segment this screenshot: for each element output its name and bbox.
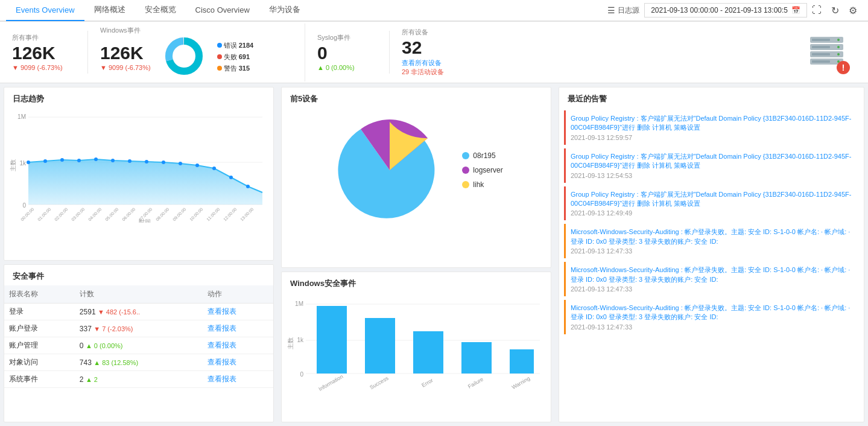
svg-point-28	[111, 159, 115, 162]
svg-point-29	[128, 159, 131, 163]
alert-text[interactable]: Group Policy Registry : 客户端扩展无法对"Default…	[571, 114, 854, 133]
svg-text:Warning: Warning	[511, 375, 531, 390]
svg-point-30	[145, 160, 148, 164]
legend-label-2: lihk	[473, 180, 484, 189]
error-label: 错误	[224, 42, 239, 49]
alert-item: Microsoft-Windows-Security-Auditing : 帐户…	[564, 300, 859, 334]
tab-events-overview[interactable]: Events Overview	[6, 0, 84, 21]
inactive-devices-link[interactable]: 29 非活动设备	[402, 68, 444, 77]
legend-label-1: logserver	[473, 166, 502, 174]
svg-text:04:00:00: 04:00:00	[87, 207, 102, 221]
svg-text:Success: Success	[369, 375, 390, 390]
svg-text:03:00:00: 03:00:00	[71, 207, 85, 221]
devices-label: 所有设备	[402, 28, 444, 37]
legend-dot-2	[462, 181, 469, 188]
svg-point-32	[179, 162, 182, 165]
windows-security-panel: Windows安全事件 1M 1k 0 主数	[281, 272, 551, 422]
svg-point-36	[246, 185, 250, 188]
row-action[interactable]: 查看报表	[203, 337, 273, 354]
svg-text:01:00:00: 01:00:00	[37, 207, 51, 221]
security-events-table: 报表名称 计数 动作 登录 2591 ▼ 482 (-15.6.. 查看报表 账…	[4, 285, 273, 388]
windows-events-block: Windows事件 126K ▼ 9099 (-6.73%) 错误 2184 失…	[88, 24, 305, 81]
svg-text:0: 0	[22, 202, 26, 209]
svg-point-35	[229, 176, 233, 179]
row-delta: ▲ 2	[86, 376, 98, 383]
tab-security[interactable]: 安全概览	[135, 0, 186, 21]
warn-label: 警告	[224, 65, 239, 72]
row-action[interactable]: 查看报表	[203, 320, 273, 337]
svg-point-3	[177, 49, 191, 63]
alert-text[interactable]: Group Policy Registry : 客户端扩展无法对"Default…	[571, 152, 854, 171]
view-report-link[interactable]: 查看报表	[207, 307, 236, 316]
svg-rect-61	[413, 331, 443, 374]
svg-point-27	[94, 157, 98, 161]
svg-point-25	[60, 158, 64, 162]
error-value: 2184	[239, 42, 253, 49]
top5-panel: 前5设备 08r195	[281, 87, 551, 268]
svg-rect-60	[365, 318, 395, 374]
alert-text[interactable]: Microsoft-Windows-Security-Auditing : 帐户…	[571, 227, 854, 246]
tab-cisco[interactable]: Cisco Overview	[186, 0, 259, 21]
alert-text[interactable]: Group Policy Registry : 客户端扩展无法对"Default…	[571, 190, 854, 209]
col-count: 计数	[75, 285, 203, 304]
syslog-block: Syslog事件 0 ▲ 0 (0.00%)	[305, 31, 390, 74]
view-report-link[interactable]: 查看报表	[207, 358, 236, 366]
view-report-link[interactable]: 查看报表	[207, 375, 236, 383]
top5-chart-area: 08r195 logserver lihk	[282, 108, 551, 232]
svg-text:11:00:00: 11:00:00	[206, 207, 220, 221]
row-action[interactable]: 查看报表	[203, 304, 273, 320]
alerts-list: Group Policy Registry : 客户端扩展无法对"Default…	[559, 108, 864, 422]
device-icon-block: !	[807, 32, 846, 73]
fullscreen-btn[interactable]: ⛶	[807, 2, 826, 18]
date-range-picker[interactable]: 2021-09-13 00:00:00 - 2021-09-13 13:00:5…	[644, 3, 807, 17]
alert-text[interactable]: Microsoft-Windows-Security-Auditing : 帐户…	[571, 304, 854, 322]
log-source-btn[interactable]: ☰ 日志源	[603, 3, 644, 18]
svg-text:Error: Error	[420, 377, 434, 389]
alert-text[interactable]: Microsoft-Windows-Security-Auditing : 帐户…	[571, 265, 854, 284]
alert-time: 2021-09-13 12:47:33	[571, 323, 854, 331]
fail-dot	[217, 54, 222, 59]
row-action[interactable]: 查看报表	[203, 371, 273, 388]
svg-text:02:00:00: 02:00:00	[54, 207, 68, 221]
svg-rect-62	[461, 342, 492, 374]
settings-btn[interactable]: ⚙	[844, 2, 862, 19]
alerts-title: 最近的告警	[559, 87, 864, 108]
windows-security-title: Windows安全事件	[282, 272, 551, 293]
col-name: 报表名称	[4, 285, 75, 304]
tab-huawei[interactable]: 华为设备	[259, 0, 310, 21]
legend-dot-1	[462, 167, 469, 174]
legend-item-1: logserver	[462, 166, 502, 174]
view-report-link[interactable]: 查看报表	[207, 324, 236, 332]
windows-security-chart: 1M 1k 0 主数	[282, 293, 551, 399]
alert-item: Microsoft-Windows-Security-Auditing : 帐户…	[564, 262, 859, 296]
row-count: 337 ▼ 7 (-2.03%)	[75, 320, 203, 337]
row-count: 2 ▲ 2	[75, 371, 203, 388]
row-name: 账户管理	[4, 337, 75, 354]
log-trend-panel: 日志趋势 1M 1k 0 主数	[4, 87, 274, 261]
security-events-title: 安全事件	[4, 265, 273, 285]
log-trend-chart-area: 1M 1k 0 主数	[4, 108, 273, 227]
row-name: 登录	[4, 304, 75, 320]
all-events-block: 所有事件 126K ▼ 9099 (-6.73%)	[10, 31, 88, 74]
svg-text:10:00:00: 10:00:00	[189, 207, 203, 221]
svg-text:05:00:00: 05:00:00	[104, 207, 119, 221]
devices-block: 所有设备 32 查看所有设备 29 非活动设备 !	[390, 25, 858, 79]
devices-value: 32	[402, 37, 444, 59]
view-report-link[interactable]: 查看报表	[207, 341, 236, 349]
alert-time: 2021-09-13 12:59:57	[571, 134, 854, 141]
row-name: 对象访问	[4, 354, 75, 371]
warn-dot	[217, 66, 222, 71]
refresh-btn[interactable]: ↻	[826, 2, 844, 19]
svg-text:12:00:00: 12:00:00	[223, 207, 237, 221]
view-all-devices-link[interactable]: 查看所有设备	[402, 59, 444, 68]
all-events-label: 所有事件	[12, 33, 75, 42]
row-action[interactable]: 查看报表	[203, 354, 273, 371]
row-count: 0 ▲ 0 (0.00%)	[75, 337, 203, 354]
svg-rect-59	[317, 306, 347, 374]
svg-point-8	[837, 39, 840, 41]
alert-time: 2021-09-13 12:54:53	[571, 172, 854, 179]
tab-network[interactable]: 网络概述	[84, 0, 135, 21]
row-name: 系统事件	[4, 371, 75, 388]
all-events-delta: ▼ 9099 (-6.73%)	[12, 64, 75, 71]
top5-title: 前5设备	[282, 87, 551, 108]
